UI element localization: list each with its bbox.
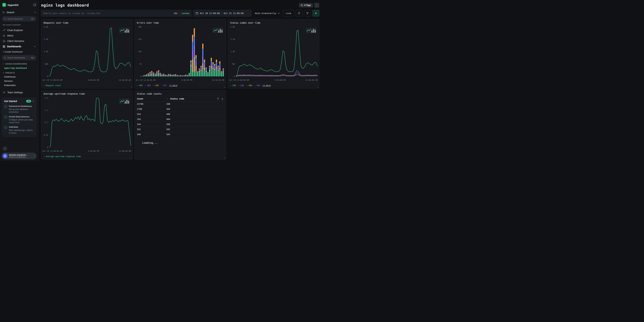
chevron-down-icon <box>3 63 4 64</box>
chart-type-toggle[interactable] <box>119 28 130 33</box>
table-card-status-code-counts[interactable]: Status code counts Count ⋮ Status code 2… <box>134 90 226 160</box>
sidebar-item-dashboards[interactable]: Dashboards <box>0 44 38 49</box>
table-row[interactable]: 23798200 <box>134 102 226 106</box>
cell-count: 344 <box>137 113 166 116</box>
sidebar-item-nginx-logs-dashboard[interactable]: nginx logs dashboard <box>0 66 38 70</box>
calendar-icon <box>196 12 198 14</box>
column-header-status-code[interactable]: Status code <box>170 98 184 100</box>
table-row[interactable]: 294404 <box>134 117 226 122</box>
chart-type-toggle[interactable] <box>119 99 130 104</box>
bar-chart-icon[interactable] <box>218 28 222 32</box>
tags-button[interactable]: 0 Tags <box>299 3 313 8</box>
brand-name: HyperDX <box>8 4 32 6</box>
svg-text:70: 70 <box>140 63 142 65</box>
requests-line-chart[interactable]: 3.2K2.4K1.6K8000Oct 20 11:00:00 AM9:30:0… <box>42 25 132 82</box>
table-row[interactable]: 340503 <box>134 132 226 137</box>
no-saved-searches-text: No saved searches <box>0 22 38 28</box>
bell-icon <box>3 34 5 37</box>
bar-chart-icon[interactable] <box>311 28 316 32</box>
svg-text:9:30:00 PM: 9:30:00 PM <box>181 79 192 81</box>
table-header: Count ⋮ Status code <box>134 96 226 102</box>
chevron-up-icon[interactable] <box>34 12 36 13</box>
chart-title: Status codes over time <box>230 22 260 24</box>
legend-more-link[interactable]: +1 more <box>169 84 177 87</box>
sidebar-item-alerts[interactable]: Alerts <box>0 33 38 38</box>
bar-chart-icon[interactable] <box>125 100 129 103</box>
create-dashboard-button[interactable]: + Create Dashboard <box>0 49 38 54</box>
live-button[interactable]: Live <box>283 10 294 16</box>
get-started-item[interactable]: ✓ Add Data Start sending logs, metrics, … <box>4 125 34 135</box>
saved-dashboards-section-header[interactable]: SAVED DASHBOARDS <box>0 61 38 66</box>
granularity-select[interactable]: Auto Granularity <box>253 12 281 14</box>
play-icon <box>315 12 317 14</box>
table-row[interactable]: 352502 <box>134 127 226 132</box>
svg-text:2.8K: 2.8K <box>230 26 235 28</box>
table-row[interactable]: 344500 <box>134 122 226 127</box>
chart-type-toggle[interactable] <box>306 28 316 33</box>
chart-card-status-codes-over-time[interactable]: Status codes over time 2.8K2.1K1.4K7000O… <box>228 19 319 88</box>
get-started-header[interactable]: Get Started 3/3 <box>4 100 34 102</box>
table-row[interactable]: 2708304 <box>134 106 226 112</box>
upstream-response-line-chart[interactable]: 1.41.10.70.350Oct 20 11:00:00 AM9:30:00 … <box>42 96 132 153</box>
lucene-mode-toggle[interactable]: Lucene <box>182 12 189 14</box>
chart-card-average-upstream-response-time[interactable]: Average upstream response time 1.41.10.7… <box>41 90 132 160</box>
sidebar: HyperDX Search Saved Searches ⌘K No save… <box>0 0 38 161</box>
sidebar-item-kubernetes[interactable]: Kubernetes <box>0 83 38 87</box>
line-chart-icon[interactable] <box>213 28 218 32</box>
sidebar-item-client-sessions[interactable]: Client Sessions <box>0 38 38 44</box>
sql-mode-toggle[interactable]: SQL <box>174 12 178 14</box>
sidebar-item-clickhouse[interactable]: ClickHouse <box>0 75 38 79</box>
filter-icon <box>306 12 309 14</box>
sidebar-item-label: Team Settings <box>7 91 23 94</box>
date-range-picker[interactable]: Oct 20 11:00:00 - Oct 21 11:00:00 <box>193 10 252 16</box>
legend-more-link[interactable]: +3 more <box>262 84 271 87</box>
kebab-menu-button[interactable]: ⋮ <box>314 3 319 8</box>
errors-stacked-bar-chart[interactable]: 280210140700Oct 20 11:00:00 AM9:30:00 PM… <box>136 25 225 82</box>
event-search-input[interactable]: Search your events w/ Lucene ex. column:… <box>41 10 192 16</box>
collapse-sidebar-icon[interactable] <box>33 4 36 6</box>
line-chart-icon[interactable] <box>120 100 124 103</box>
legend-item: —404 <box>254 84 260 87</box>
chart-card-errors-over-time[interactable]: Errors over time 280210140700Oct 20 11:0… <box>134 19 226 88</box>
svg-text:Oct 20 11:00:00 AM: Oct 20 11:00:00 AM <box>136 79 156 81</box>
line-chart-icon[interactable] <box>307 28 311 32</box>
dashboards-grid-icon <box>3 45 5 48</box>
download-icon[interactable] <box>221 98 224 100</box>
legend-item: —404 <box>145 84 151 87</box>
svg-text:1.4: 1.4 <box>45 97 48 99</box>
presets-section-header[interactable]: PRESETS <box>0 70 38 75</box>
chart-legend: —400—404—500—502+1 more <box>134 83 226 88</box>
help-button[interactable]: ? <box>2 146 8 151</box>
sidebar-item-chart-explorer[interactable]: Chart Explorer <box>0 28 38 33</box>
column-resize-grip[interactable]: ⋮ <box>166 98 168 100</box>
refresh-button[interactable] <box>296 10 302 16</box>
chart-card-requests-over-time[interactable]: Requests over time 3.2K2.4K1.6K8000Oct 2… <box>41 19 132 88</box>
column-header-count[interactable]: Count <box>137 98 166 100</box>
chevron-down-icon <box>278 13 280 14</box>
get-started-item[interactable]: ✓ Connect to ClickHouse Set up your data… <box>4 104 34 114</box>
chevron-up-icon[interactable] <box>32 101 34 102</box>
status-codes-line-chart[interactable]: 2.8K2.1K1.4K7000Oct 20 11:00:00 AM9:30:0… <box>229 25 318 82</box>
sidebar-item-team-settings[interactable]: Team Settings <box>0 90 38 95</box>
get-started-item[interactable]: ✓ Create Data Sources Configure where yo… <box>4 114 34 125</box>
filter-rows-icon[interactable] <box>217 98 219 100</box>
sidebar-section-search[interactable]: Search <box>0 10 38 15</box>
search-placeholder: Search your events w/ Lucene ex. column:… <box>43 12 172 14</box>
loading-text: Loading... <box>134 137 226 144</box>
legend-item: —502 <box>161 84 167 87</box>
user-menu[interactable]: D dominic.tran@clic... dominic.tran@clic… <box>2 152 37 159</box>
run-query-button[interactable] <box>312 10 319 16</box>
filter-button[interactable] <box>304 10 311 16</box>
svg-text:0: 0 <box>47 75 48 78</box>
sidebar-item-services[interactable]: Services <box>0 79 38 83</box>
saved-dashboards-input[interactable]: Saved Dashboards ⌘K <box>2 55 36 60</box>
chevron-up-icon[interactable] <box>34 46 36 47</box>
legend-item: —Average upstream response time <box>44 155 81 158</box>
table-row[interactable]: 344400 <box>134 112 226 117</box>
saved-searches-input[interactable]: Saved Searches ⌘K <box>2 16 36 22</box>
chart-type-toggle[interactable] <box>213 28 223 33</box>
line-chart-icon[interactable] <box>120 28 124 32</box>
svg-text:Oct 20 11:00:00 AM: Oct 20 11:00:00 AM <box>42 79 62 81</box>
bar-chart-icon[interactable] <box>125 28 129 32</box>
legend-item: —500 <box>153 84 159 87</box>
